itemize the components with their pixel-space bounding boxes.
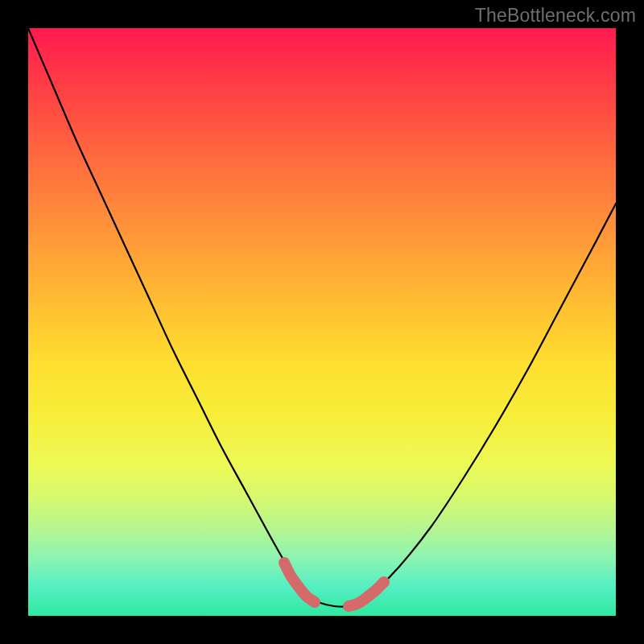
plot-area: [28, 28, 616, 616]
chart-frame: TheBottleneck.com: [0, 0, 644, 644]
chart-svg: [28, 28, 616, 616]
right-dip-highlight: [349, 582, 384, 606]
watermark-text: TheBottleneck.com: [475, 5, 636, 27]
bottleneck-curve: [28, 28, 616, 607]
left-dip-highlight: [284, 563, 315, 602]
